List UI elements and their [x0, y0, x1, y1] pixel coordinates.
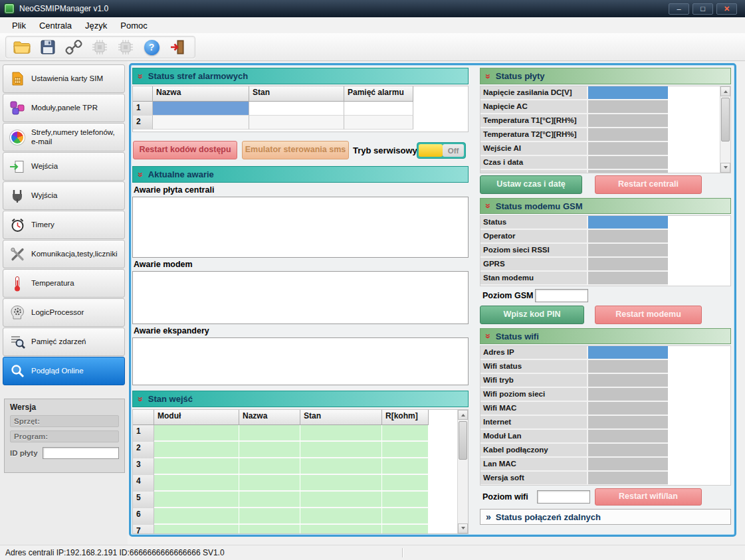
sidebar-item-label: LogicProcessor [31, 308, 84, 318]
input-row-5[interactable]: 5 [133, 492, 468, 508]
zone-alarm-memory-cell [344, 116, 413, 130]
sidebar-item-sim-settings[interactable]: Ustawienia karty SIM [3, 64, 125, 93]
close-button[interactable]: ✕ [716, 3, 737, 15]
board-row-value [588, 128, 668, 142]
menu-item-centrala[interactable]: Centrala [33, 19, 78, 33]
board-row-value [588, 142, 668, 156]
enter-pin-button[interactable]: Wpisz kod PIN [480, 306, 584, 324]
sidebar-item-label: Ustawienia karty SIM [31, 74, 103, 84]
sidebar-item-inputs[interactable]: Wejścia [3, 152, 125, 181]
input-module-cell [154, 475, 239, 492]
input-row-4[interactable]: 4 [133, 475, 468, 492]
input-row-3[interactable]: 3 [133, 458, 468, 475]
input-module-cell [154, 458, 239, 475]
sidebar-item-temperature[interactable]: Temperatura [3, 269, 125, 298]
board-id-input[interactable] [43, 447, 119, 459]
section-header-input-states[interactable]: » Stan wejść [132, 391, 469, 407]
maximize-button[interactable]: □ [692, 3, 713, 15]
sidebar-item-label: Moduły,panele TPR [31, 104, 98, 113]
scroll-down-button[interactable] [458, 523, 468, 533]
toolbar: 1.Połączenie lokalne USB [0, 33, 745, 61]
sidebar-item-zones-phones-email[interactable]: Strefy,numery telefonów, e-mail [3, 123, 125, 151]
section-header-current-faults[interactable]: » Aktualne awarie [132, 166, 469, 183]
input-row-6[interactable]: 6 [133, 508, 468, 525]
service-mode-label: Tryb serwisowy [353, 145, 417, 155]
board-status-table: Napięcie zasilania DC[V] Napięcie AC Tem… [480, 86, 731, 173]
input-module-cell [154, 508, 239, 525]
sidebar-item-communication-tests[interactable]: Komunikacja,testy,liczniki [3, 240, 125, 268]
section-header-alarm-zones[interactable]: » Status stref alarmowych [132, 68, 469, 84]
restart-central-button[interactable]: Restart centrali [595, 175, 702, 194]
input-resistance-cell [382, 475, 429, 492]
wifi-row-value [588, 472, 668, 486]
set-time-date-button[interactable]: Ustaw czas i datę [480, 175, 582, 194]
section-header-board-status[interactable]: » Status płyty [480, 68, 731, 84]
wifi-row-label: Internet [480, 416, 588, 430]
firmware-chip-button-1[interactable] [90, 37, 110, 57]
scrollbar-thumb[interactable] [721, 98, 730, 141]
wifi-row-value [588, 402, 668, 416]
open-folder-button[interactable] [12, 37, 32, 57]
input-row-1[interactable]: 1 [133, 425, 468, 442]
scrollbar-thumb[interactable] [459, 421, 467, 460]
firmware-chip-button-2[interactable] [116, 37, 136, 57]
input-state-cell [300, 458, 382, 475]
menu-item-plik[interactable]: Plik [5, 19, 33, 33]
wifi-level-label: Poziom wifi [482, 492, 528, 502]
input-module-cell [154, 442, 239, 458]
section-header-wifi-status[interactable]: » Status wifi [480, 328, 731, 344]
minimize-button[interactable]: – [669, 3, 689, 15]
input-arrow-icon [8, 159, 27, 174]
gsm-row-value [588, 272, 668, 286]
chevron-down-icon: » [136, 74, 146, 79]
gsm-row-label: Operator [480, 230, 588, 244]
input-resistance-cell [382, 492, 429, 508]
sms-emulator-button[interactable]: Emulator sterowania sms [242, 141, 349, 159]
board-status-scrollbar[interactable] [720, 86, 730, 173]
input-state-cell [300, 425, 382, 442]
exit-button[interactable] [167, 37, 187, 57]
input-row-number: 6 [133, 508, 154, 525]
zone-row-2[interactable]: 2 [133, 116, 468, 130]
scroll-up-button[interactable] [458, 410, 468, 420]
input-state-cell [300, 475, 382, 492]
connect-button[interactable] [64, 37, 84, 57]
board-row-label: Napięcie AC [480, 100, 588, 114]
zone-row-1[interactable]: 1 [133, 102, 468, 116]
sidebar-item-event-memory[interactable]: Pamięć zdarzeń [3, 327, 125, 356]
sidebar-item-logicprocessor[interactable]: LogicProcessor [3, 298, 125, 327]
menu-item-pomoc[interactable]: Pomoc [114, 19, 154, 33]
restart-modem-button[interactable]: Restart modemu [595, 306, 702, 324]
toggle-on-segment [419, 144, 443, 157]
inputs-scrollbar[interactable] [457, 410, 468, 533]
board-row-label: Wejście AI [480, 142, 588, 156]
save-button[interactable] [38, 37, 58, 57]
help-button[interactable] [142, 37, 161, 57]
sidebar-item-timers[interactable]: Timery [3, 211, 125, 239]
scroll-up-button[interactable] [720, 86, 730, 96]
zone-alarm-memory-cell [344, 102, 413, 116]
sidebar-item-outputs[interactable]: Wyjścia [3, 181, 125, 210]
gsm-level-input[interactable] [535, 289, 588, 302]
input-row-7[interactable]: 7 [133, 525, 468, 534]
sidebar-item-modules-tpr[interactable]: Moduły,panele TPR [3, 94, 125, 122]
wifi-row-label: Wifi poziom sieci [480, 388, 588, 402]
scroll-down-button[interactable] [720, 163, 730, 173]
restart-access-codes-button[interactable]: Restart kodów dostępu [133, 141, 237, 159]
hardware-version-label: Sprzęt: [10, 415, 119, 427]
input-module-cell [154, 525, 239, 534]
wifi-level-input[interactable] [537, 490, 590, 504]
section-header-gsm-status[interactable]: » Status modemu GSM [480, 198, 731, 214]
sidebar-item-online-preview[interactable]: Podgląd Online [3, 357, 125, 385]
alarm-zones-table: Nazwa Stan Pamięć alarmu 1 2 [132, 86, 469, 132]
service-mode-toggle[interactable]: Off [417, 142, 466, 159]
input-resistance-cell [382, 458, 429, 475]
section-header-remote-connections[interactable]: » Status połączeń zdalnych [480, 509, 731, 525]
input-row-2[interactable]: 2 [133, 442, 468, 458]
input-state-cell [300, 525, 382, 534]
menu-item-jezyk[interactable]: Język [78, 19, 114, 33]
sidebar-item-label: Komunikacja,testy,liczniki [31, 250, 118, 259]
restart-wifi-lan-button[interactable]: Restart wifi/lan [595, 488, 702, 506]
status-bar-text: Adres centrali IP:192.168.2.191 ID:66666… [5, 548, 225, 557]
zone-name-cell [153, 102, 249, 116]
